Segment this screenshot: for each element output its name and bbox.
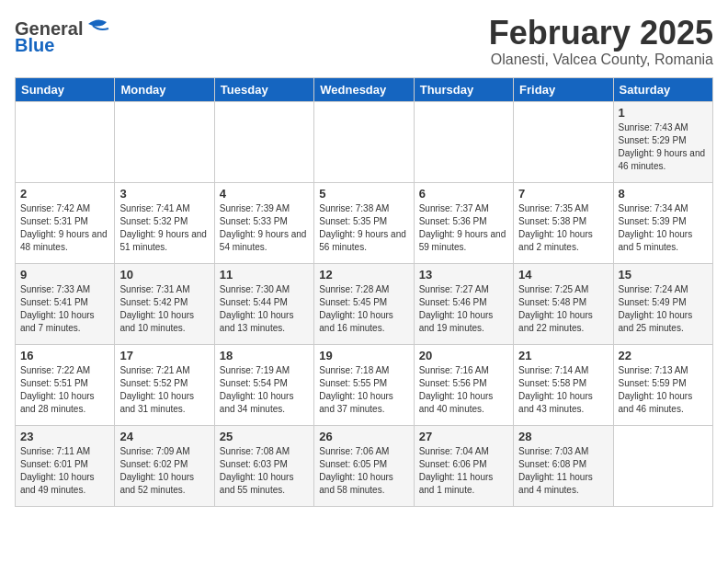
calendar-cell: 25Sunrise: 7:08 AM Sunset: 6:03 PM Dayli… [214, 425, 313, 506]
calendar-week-3: 9Sunrise: 7:33 AM Sunset: 5:41 PM Daylig… [16, 263, 713, 344]
day-number: 16 [20, 349, 109, 362]
day-info: Sunrise: 7:18 AM Sunset: 5:55 PM Dayligh… [319, 364, 408, 416]
calendar-cell: 7Sunrise: 7:35 AM Sunset: 5:38 PM Daylig… [514, 182, 613, 263]
calendar-cell: 9Sunrise: 7:33 AM Sunset: 5:41 PM Daylig… [16, 263, 115, 344]
day-number: 5 [319, 187, 408, 201]
calendar-cell: 3Sunrise: 7:41 AM Sunset: 5:32 PM Daylig… [115, 182, 214, 263]
calendar-cell: 20Sunrise: 7:16 AM Sunset: 5:56 PM Dayli… [414, 344, 513, 425]
calendar-cell: 24Sunrise: 7:09 AM Sunset: 6:02 PM Dayli… [115, 425, 214, 506]
day-info: Sunrise: 7:06 AM Sunset: 6:05 PM Dayligh… [319, 445, 408, 497]
day-number: 19 [319, 349, 408, 362]
calendar-cell [16, 101, 115, 182]
day-info: Sunrise: 7:13 AM Sunset: 5:59 PM Dayligh… [619, 364, 708, 416]
calendar-cell: 23Sunrise: 7:11 AM Sunset: 6:01 PM Dayli… [16, 425, 115, 506]
calendar-body: 1Sunrise: 7:43 AM Sunset: 5:29 PM Daylig… [16, 101, 713, 506]
day-info: Sunrise: 7:35 AM Sunset: 5:38 PM Dayligh… [518, 202, 608, 254]
calendar-cell [414, 101, 513, 182]
calendar-week-4: 16Sunrise: 7:22 AM Sunset: 5:51 PM Dayli… [16, 344, 713, 425]
day-number: 26 [319, 430, 408, 443]
day-number: 2 [20, 187, 109, 201]
calendar-cell: 13Sunrise: 7:27 AM Sunset: 5:46 PM Dayli… [414, 263, 513, 344]
day-info: Sunrise: 7:25 AM Sunset: 5:48 PM Dayligh… [518, 283, 608, 335]
calendar-cell: 18Sunrise: 7:19 AM Sunset: 5:54 PM Dayli… [214, 344, 313, 425]
calendar-cell: 26Sunrise: 7:06 AM Sunset: 6:05 PM Dayli… [314, 425, 414, 506]
day-info: Sunrise: 7:37 AM Sunset: 5:36 PM Dayligh… [419, 202, 508, 254]
logo-text: General Blue [15, 15, 116, 57]
calendar-cell: 12Sunrise: 7:28 AM Sunset: 5:45 PM Dayli… [314, 263, 414, 344]
day-info: Sunrise: 7:22 AM Sunset: 5:51 PM Dayligh… [20, 364, 109, 416]
day-number: 3 [119, 187, 209, 201]
calendar-cell [613, 425, 712, 506]
calendar-cell: 5Sunrise: 7:38 AM Sunset: 5:35 PM Daylig… [314, 182, 414, 263]
day-number: 9 [20, 268, 109, 282]
calendar-cell: 2Sunrise: 7:42 AM Sunset: 5:31 PM Daylig… [16, 182, 115, 263]
day-info: Sunrise: 7:41 AM Sunset: 5:32 PM Dayligh… [119, 202, 209, 254]
day-number: 28 [518, 430, 608, 443]
logo: General Blue [15, 15, 116, 57]
weekday-header-saturday: Saturday [613, 77, 712, 101]
calendar-cell: 10Sunrise: 7:31 AM Sunset: 5:42 PM Dayli… [115, 263, 214, 344]
page-header: General Blue February 2025 Olanesti, Val… [15, 15, 713, 68]
weekday-header-thursday: Thursday [414, 77, 513, 101]
calendar-cell: 22Sunrise: 7:13 AM Sunset: 5:59 PM Dayli… [613, 344, 712, 425]
day-number: 15 [619, 268, 708, 282]
calendar-week-1: 1Sunrise: 7:43 AM Sunset: 5:29 PM Daylig… [16, 101, 713, 182]
day-info: Sunrise: 7:28 AM Sunset: 5:45 PM Dayligh… [319, 283, 408, 335]
weekday-header-wednesday: Wednesday [314, 77, 414, 101]
weekday-header-tuesday: Tuesday [214, 77, 313, 101]
calendar-cell: 28Sunrise: 7:03 AM Sunset: 6:08 PM Dayli… [514, 425, 613, 506]
day-number: 13 [419, 268, 508, 282]
day-info: Sunrise: 7:14 AM Sunset: 5:58 PM Dayligh… [518, 364, 608, 416]
day-number: 23 [20, 430, 109, 443]
calendar-cell: 17Sunrise: 7:21 AM Sunset: 5:52 PM Dayli… [115, 344, 214, 425]
calendar-table: SundayMondayTuesdayWednesdayThursdayFrid… [15, 77, 713, 507]
calendar-cell: 15Sunrise: 7:24 AM Sunset: 5:49 PM Dayli… [613, 263, 712, 344]
day-number: 17 [119, 349, 209, 362]
calendar-cell: 16Sunrise: 7:22 AM Sunset: 5:51 PM Dayli… [16, 344, 115, 425]
day-number: 7 [518, 187, 608, 201]
day-info: Sunrise: 7:33 AM Sunset: 5:41 PM Dayligh… [20, 283, 109, 335]
day-number: 4 [220, 187, 309, 201]
calendar-week-5: 23Sunrise: 7:11 AM Sunset: 6:01 PM Dayli… [16, 425, 713, 506]
day-number: 22 [619, 349, 708, 362]
weekday-header-monday: Monday [115, 77, 214, 101]
day-info: Sunrise: 7:42 AM Sunset: 5:31 PM Dayligh… [20, 202, 109, 254]
day-info: Sunrise: 7:11 AM Sunset: 6:01 PM Dayligh… [20, 445, 109, 497]
day-info: Sunrise: 7:39 AM Sunset: 5:33 PM Dayligh… [220, 202, 309, 254]
day-number: 11 [220, 268, 309, 282]
day-info: Sunrise: 7:30 AM Sunset: 5:44 PM Dayligh… [220, 283, 309, 335]
day-info: Sunrise: 7:43 AM Sunset: 5:29 PM Dayligh… [619, 121, 708, 173]
day-number: 8 [619, 187, 708, 201]
calendar-cell [115, 101, 214, 182]
day-info: Sunrise: 7:19 AM Sunset: 5:54 PM Dayligh… [220, 364, 309, 416]
day-info: Sunrise: 7:08 AM Sunset: 6:03 PM Dayligh… [220, 445, 309, 497]
calendar-cell: 6Sunrise: 7:37 AM Sunset: 5:36 PM Daylig… [414, 182, 513, 263]
calendar-cell: 21Sunrise: 7:14 AM Sunset: 5:58 PM Dayli… [514, 344, 613, 425]
calendar-cell: 14Sunrise: 7:25 AM Sunset: 5:48 PM Dayli… [514, 263, 613, 344]
location: Olanesti, Valcea County, Romania [489, 52, 713, 68]
day-number: 6 [419, 187, 508, 201]
calendar-cell [214, 101, 313, 182]
day-number: 14 [518, 268, 608, 282]
day-number: 10 [119, 268, 209, 282]
day-info: Sunrise: 7:27 AM Sunset: 5:46 PM Dayligh… [419, 283, 508, 335]
day-number: 18 [220, 349, 309, 362]
day-number: 21 [518, 349, 608, 362]
day-number: 25 [220, 430, 309, 443]
day-number: 24 [119, 430, 209, 443]
svg-text:Blue: Blue [15, 35, 54, 53]
weekday-header-friday: Friday [514, 77, 613, 101]
day-info: Sunrise: 7:03 AM Sunset: 6:08 PM Dayligh… [518, 445, 608, 497]
calendar-cell: 4Sunrise: 7:39 AM Sunset: 5:33 PM Daylig… [214, 182, 313, 263]
day-info: Sunrise: 7:09 AM Sunset: 6:02 PM Dayligh… [119, 445, 209, 497]
calendar-week-2: 2Sunrise: 7:42 AM Sunset: 5:31 PM Daylig… [16, 182, 713, 263]
day-info: Sunrise: 7:31 AM Sunset: 5:42 PM Dayligh… [119, 283, 209, 335]
title-block: February 2025 Olanesti, Valcea County, R… [489, 15, 713, 68]
day-number: 12 [319, 268, 408, 282]
calendar-cell [314, 101, 414, 182]
day-number: 1 [619, 106, 708, 120]
day-info: Sunrise: 7:04 AM Sunset: 6:06 PM Dayligh… [419, 445, 508, 497]
calendar-cell [514, 101, 613, 182]
day-info: Sunrise: 7:21 AM Sunset: 5:52 PM Dayligh… [119, 364, 209, 416]
day-info: Sunrise: 7:16 AM Sunset: 5:56 PM Dayligh… [419, 364, 508, 416]
